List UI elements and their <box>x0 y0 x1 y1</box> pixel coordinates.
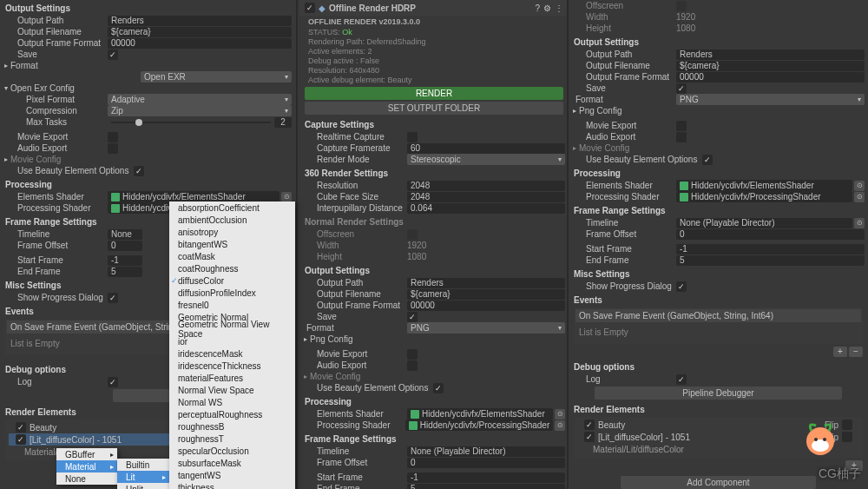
preset-icon[interactable]: ⚙ <box>543 3 551 13</box>
frame-offset-field[interactable]: 0 <box>676 229 865 240</box>
lit-checkbox[interactable]: ✓ <box>16 434 26 445</box>
end-frame-field[interactable]: 5 <box>407 484 565 490</box>
menu-item-thickness[interactable]: thickness <box>169 481 295 489</box>
use-beauty-checkbox[interactable]: ✓ <box>134 166 144 176</box>
object-picker-icon[interactable]: ⊙ <box>854 181 865 191</box>
add-event-button[interactable]: + <box>833 347 847 357</box>
open-exr-config-header[interactable]: Open Exr Config <box>10 83 75 93</box>
audio-export-checkbox[interactable] <box>407 360 418 371</box>
output-filename-field[interactable]: ${camera} <box>407 289 565 300</box>
beauty-checkbox[interactable]: ✓ <box>16 422 26 433</box>
object-picker-icon[interactable]: ⊙ <box>854 192 865 202</box>
menu-item-roughnessb[interactable]: roughnessB <box>169 420 295 433</box>
flip-checkbox[interactable] <box>842 432 852 442</box>
menu-item-ior[interactable]: ior <box>169 335 295 347</box>
start-frame-field[interactable]: -1 <box>108 255 142 266</box>
set-output-folder-button[interactable]: SET OUTPUT FOLDER <box>305 102 563 115</box>
max-tasks-value[interactable]: 2 <box>274 117 292 128</box>
foldout-arrow-icon[interactable]: ▾ <box>2 84 10 92</box>
movie-config-header[interactable]: Movie Config <box>10 155 61 164</box>
menu-item-builtin[interactable]: Builtin <box>117 459 169 471</box>
log-checkbox[interactable]: ✓ <box>676 374 687 385</box>
use-beauty-checkbox[interactable]: ✓ <box>702 155 713 165</box>
use-beauty-checkbox[interactable]: ✓ <box>433 383 444 393</box>
format-dropdown[interactable]: PNG <box>407 322 565 334</box>
menu-item-geometric-normal-view-space[interactable]: Geometric Normal View Space <box>169 323 295 335</box>
timeline-field[interactable]: None (Playable Director) <box>676 218 852 228</box>
output-path-field[interactable]: Renders <box>407 278 565 288</box>
menu-item-diffusionprofileindex[interactable]: diffusionProfileIndex <box>169 287 295 299</box>
capture-framerate-field[interactable]: 60 <box>407 143 565 154</box>
elements-shader-field[interactable]: Hidden/ycdivfx/ElementsShader <box>407 408 553 420</box>
end-frame-field[interactable]: 5 <box>108 267 142 277</box>
menu-item-coatroughness[interactable]: coatRoughness <box>169 262 295 274</box>
menu-item-materialfeatures[interactable]: materialFeatures <box>169 372 295 384</box>
output-frame-format-field[interactable]: 00000 <box>407 301 565 311</box>
object-picker-icon[interactable]: ⊙ <box>281 192 292 202</box>
menu-item-normal-ws[interactable]: Normal WS <box>169 396 295 408</box>
movie-export-checkbox[interactable] <box>407 349 418 360</box>
processing-shader-field[interactable]: Hidden/ycdivfx/ProcessingShader <box>405 420 554 431</box>
log-checkbox[interactable]: ✓ <box>108 377 118 387</box>
timeline-field[interactable]: None (Playable Director) <box>407 446 565 457</box>
menu-icon[interactable]: ⋮ <box>555 3 563 13</box>
menu-item-perceptualroughness[interactable]: perceptualRoughness <box>169 408 295 420</box>
menu-item-material[interactable]: Material <box>56 460 117 472</box>
output-filename-field[interactable]: ${camera} <box>108 27 292 37</box>
component-enabled-checkbox[interactable]: ✓ <box>305 3 315 13</box>
menu-item-iridescencethickness[interactable]: iridescenceThickness <box>169 360 295 372</box>
menu-item-none[interactable]: None <box>56 472 117 485</box>
menu-item-fresnel0[interactable]: fresnel0 <box>169 299 295 311</box>
movie-export-checkbox[interactable] <box>676 121 687 131</box>
realtime-capture-checkbox[interactable] <box>407 132 418 142</box>
format-dropdown[interactable]: PNG <box>676 94 865 105</box>
show-progress-checkbox[interactable]: ✓ <box>108 293 118 303</box>
end-frame-field[interactable]: 5 <box>676 255 865 266</box>
menu-item-anisotropy[interactable]: anisotropy <box>169 226 295 238</box>
render-mode-dropdown[interactable]: Stereoscopic <box>407 154 565 165</box>
start-frame-field[interactable]: -1 <box>407 472 565 483</box>
audio-export-checkbox[interactable] <box>676 132 687 142</box>
flip-checkbox[interactable] <box>842 420 852 430</box>
processing-shader-field[interactable]: Hidden/ycdivfx/ProcessingShader <box>676 191 852 202</box>
frame-offset-field[interactable]: 0 <box>108 241 142 251</box>
menu-item-unlit[interactable]: Unlit <box>117 483 169 489</box>
elements-shader-field[interactable]: Hidden/ycdivfx/ElementsShader <box>676 180 852 191</box>
foldout-arrow-icon[interactable]: ▸ <box>2 155 10 163</box>
menu-item-normal-view-space[interactable]: Normal View Space <box>169 384 295 396</box>
remove-event-button[interactable]: − <box>849 347 863 357</box>
timeline-field[interactable]: None (Pl <box>108 229 142 240</box>
panel-separator[interactable] <box>296 0 298 489</box>
output-frame-format-field[interactable]: 00000 <box>108 38 292 49</box>
menu-item-ambientocclusion[interactable]: ambientOcclusion <box>169 214 295 226</box>
resolution-field[interactable]: 2048 <box>407 181 565 191</box>
output-filename-field[interactable]: ${camera} <box>676 61 865 71</box>
object-picker-icon[interactable]: ⊙ <box>854 218 865 228</box>
menu-item-coatmask[interactable]: coatMask <box>169 250 295 262</box>
menu-item-bitangentws[interactable]: bitangentWS <box>169 238 295 250</box>
cube-face-size-field[interactable]: 2048 <box>407 192 565 202</box>
audio-export-checkbox[interactable] <box>108 143 118 154</box>
save-checkbox[interactable]: ✓ <box>108 50 118 60</box>
png-config-header[interactable]: Png Config <box>579 106 621 116</box>
foldout-arrow-icon[interactable]: ▸ <box>570 107 579 115</box>
menu-item-roughnesst[interactable]: roughnessT <box>169 433 295 445</box>
help-icon[interactable]: ? <box>535 3 540 13</box>
menu-item-absorptioncoefficient[interactable]: absorptionCoefficient <box>169 202 295 214</box>
movie-export-checkbox[interactable] <box>108 132 118 142</box>
foldout-arrow-icon[interactable]: ▸ <box>301 335 310 343</box>
beauty-checkbox[interactable]: ✓ <box>584 420 595 430</box>
foldout-arrow-icon[interactable]: ▸ <box>2 62 10 69</box>
format-dropdown[interactable]: Open EXR <box>141 71 292 83</box>
output-frame-format-field[interactable]: 00000 <box>676 72 865 83</box>
start-frame-field[interactable]: -1 <box>676 244 865 254</box>
pixel-format-dropdown[interactable]: Adaptive <box>108 94 292 105</box>
lit-checkbox[interactable]: ✓ <box>584 432 595 442</box>
foldout-arrow-icon[interactable]: ▸ <box>301 373 310 380</box>
menu-item-subsurfacemask[interactable]: subsurfaceMask <box>169 457 295 469</box>
add-component-button[interactable]: Add Component <box>621 476 816 489</box>
save-checkbox[interactable]: ✓ <box>407 312 418 322</box>
compression-dropdown[interactable]: Zip <box>108 105 292 116</box>
foldout-arrow-icon[interactable]: ▸ <box>570 144 579 152</box>
menu-item-specularocclusion[interactable]: specularOcclusion <box>169 445 295 457</box>
